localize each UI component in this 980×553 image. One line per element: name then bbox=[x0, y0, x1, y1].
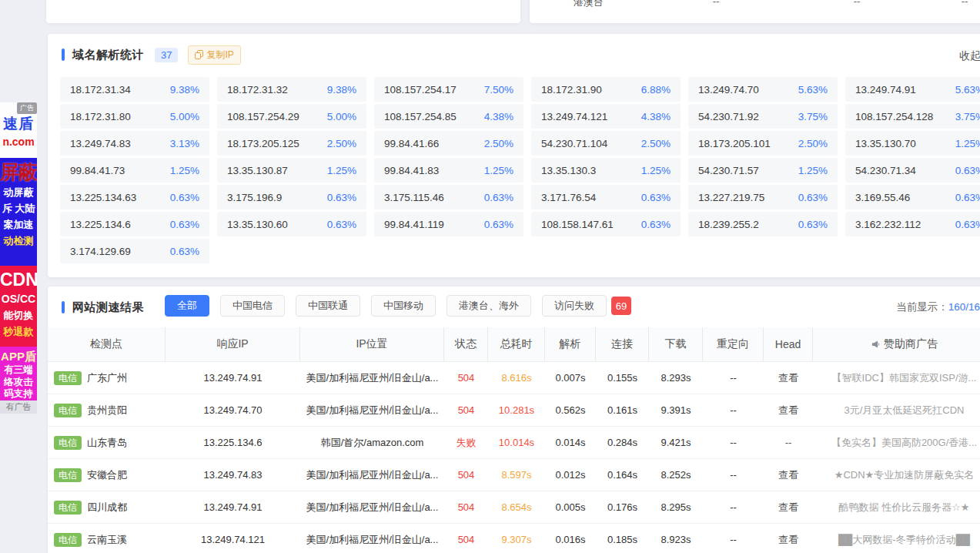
connect-time: 0.155s bbox=[596, 362, 649, 394]
ad-magenta-headline: APP盾 bbox=[0, 347, 37, 364]
dns-ip-percent: 0.63% bbox=[327, 192, 356, 203]
dns-ip-percent: 2.50% bbox=[484, 138, 513, 149]
dns-ip-chip: 108.158.147.61 0.63% bbox=[531, 212, 681, 236]
col-header-sponsor-ads: 赞助商广告 bbox=[813, 327, 980, 361]
filter-tabs: 全部 中国电信 中国联通 bbox=[165, 295, 631, 317]
isp-badge: 电信 bbox=[54, 533, 82, 547]
table-row: 电信 云南玉溪 13.249.74.121 美国/加利福尼亚州/旧金山/a...… bbox=[48, 524, 980, 553]
filter-tab[interactable]: 全部 bbox=[165, 295, 209, 317]
dns-ip-chip: 13.225.134.63 0.63% bbox=[60, 185, 209, 209]
current-display: 当前显示：160/16 bbox=[896, 300, 980, 314]
fail-count-badge: 69 bbox=[611, 297, 631, 315]
head-view-link[interactable]: 查看 bbox=[764, 459, 813, 491]
collapse-link[interactable]: 收起 bbox=[959, 49, 980, 63]
head-view-link[interactable]: 查看 bbox=[764, 362, 813, 394]
dns-ip: 18.173.205.125 bbox=[227, 138, 299, 149]
filter-tab-wrap: 访问失败 69 bbox=[542, 295, 631, 317]
status-value: 504 bbox=[444, 524, 488, 553]
dns-ip: 13.35.130.87 bbox=[227, 165, 288, 176]
dns-ip-chip: 54.230.71.34 0.63% bbox=[845, 158, 980, 183]
dns-ip-percent: 1.25% bbox=[327, 165, 356, 176]
connect-time: 0.164s bbox=[596, 459, 649, 491]
ip-location: 美国/加利福尼亚州/旧金山/a... bbox=[300, 524, 444, 553]
dns-stats-title: 域名解析统计 bbox=[72, 48, 144, 62]
dns-ip-chip: 54.230.71.104 2.50% bbox=[531, 131, 681, 156]
dns-ip-percent: 9.38% bbox=[327, 84, 356, 96]
dns-ip-chip: 13.249.74.70 5.63% bbox=[688, 77, 838, 102]
dns-stats-card: 域名解析统计 37 复制IP 收起 18.172.31.34 9.38% 18.… bbox=[48, 34, 980, 277]
dns-ip: 13.35.130.60 bbox=[227, 219, 288, 230]
side-ad-banner[interactable]: 广告 速盾 n.com 屏蔽 动屏蔽 斥 大陆 案加速 动检测 CDN OS/C… bbox=[0, 102, 37, 414]
ip-location: 美国/加利福尼亚州/旧金山/a... bbox=[300, 394, 444, 426]
dns-ip-percent: 0.63% bbox=[641, 219, 671, 230]
dns-ip-percent: 7.50% bbox=[484, 84, 513, 96]
col-header-connect: 连接 bbox=[596, 327, 649, 361]
node-name: 云南玉溪 bbox=[87, 533, 127, 547]
ad-line: 动检测 bbox=[0, 233, 37, 249]
response-ip: 13.249.74.91 bbox=[166, 491, 300, 523]
isp-badge: 电信 bbox=[54, 371, 82, 385]
filter-tab-label: 中国移动 bbox=[383, 300, 423, 311]
col-header-dns: 解析 bbox=[545, 327, 596, 361]
table-row: 电信 安徽合肥 13.249.74.83 美国/加利福尼亚州/旧金山/a... … bbox=[48, 459, 980, 491]
summary-value: -- bbox=[713, 0, 720, 7]
head-view-link[interactable]: 查看 bbox=[764, 491, 813, 523]
node-name: 山东青岛 bbox=[87, 436, 127, 450]
filter-tab-label: 中国电信 bbox=[232, 300, 273, 311]
dns-ip: 99.84.41.83 bbox=[384, 165, 439, 176]
dns-ip: 108.157.254.128 bbox=[855, 111, 933, 122]
summary-row: 港澳台 -- -- -- bbox=[530, 0, 980, 6]
speed-results-card: 网站测速结果 全部 中国电信 bbox=[48, 287, 980, 553]
filter-tab[interactable]: 中国移动 bbox=[371, 295, 436, 317]
dns-ip-grid: 18.172.31.34 9.38% 18.172.31.32 9.38% 10… bbox=[60, 77, 980, 263]
dns-ip-chip: 3.171.76.54 0.63% bbox=[531, 185, 681, 209]
sponsor-ad-link[interactable]: 3元/月亚太低延迟死扛CDN bbox=[813, 394, 980, 426]
dns-ip-chip: 3.162.232.112 0.63% bbox=[845, 212, 980, 236]
sponsor-ad-link[interactable]: 酷鸭数据 性价比云服务器☆★ bbox=[813, 491, 980, 523]
filter-tab[interactable]: 访问失败 bbox=[542, 295, 607, 317]
dns-ip-percent: 5.00% bbox=[170, 111, 199, 122]
dns-ip-chip: 13.227.219.75 0.63% bbox=[688, 185, 838, 209]
dns-ip-chip: 108.157.254.128 3.75% bbox=[845, 104, 980, 129]
dns-time: 0.007s bbox=[545, 362, 596, 394]
dns-ip-chip: 108.157.254.29 5.00% bbox=[217, 104, 366, 129]
node-cell: 电信 山东青岛 bbox=[48, 427, 166, 458]
col-header-download: 下载 bbox=[649, 327, 703, 361]
dns-ip: 3.174.129.69 bbox=[70, 246, 131, 257]
dns-stats-header: 域名解析统计 37 复制IP bbox=[62, 45, 241, 65]
isp-badge: 电信 bbox=[54, 468, 82, 482]
col-header-response-ip: 响应IP bbox=[166, 327, 300, 361]
node-name: 四川成都 bbox=[87, 501, 127, 514]
filter-tab[interactable]: 中国联通 bbox=[296, 295, 360, 317]
dns-ip-percent: 3.75% bbox=[798, 111, 828, 122]
status-value: 504 bbox=[444, 394, 488, 426]
ad-red-headline: CDN bbox=[0, 266, 37, 291]
ad-magenta-section: APP盾 有三端 络攻击 码支持 bbox=[0, 347, 37, 401]
head-view-link[interactable]: 查看 bbox=[764, 524, 813, 553]
sponsor-ad-link[interactable]: ★CDN★专业加速防屏蔽免实名 bbox=[813, 459, 980, 491]
dns-ip-percent: 3.75% bbox=[955, 111, 980, 122]
response-ip: 13.249.74.121 bbox=[166, 524, 300, 553]
head-view-link[interactable]: -- bbox=[764, 427, 813, 458]
isp-badge: 电信 bbox=[54, 501, 82, 514]
dns-ip: 13.249.74.121 bbox=[541, 111, 607, 122]
ip-location: 美国/加利福尼亚州/旧金山/a... bbox=[300, 459, 444, 491]
copy-icon bbox=[195, 50, 203, 59]
dns-ip-percent: 1.25% bbox=[484, 165, 513, 176]
sponsor-ad-link[interactable]: 【免实名】美国高防200G/香港... bbox=[813, 427, 980, 458]
sponsor-ad-link[interactable]: 【智联IDC】韩国家宽双ISP/游... bbox=[813, 362, 980, 394]
dns-ip: 99.84.41.66 bbox=[384, 138, 439, 149]
dns-ip-percent: 0.63% bbox=[327, 219, 356, 230]
dns-ip-percent: 2.50% bbox=[798, 138, 828, 149]
copy-ip-button[interactable]: 复制IP bbox=[188, 45, 240, 65]
dns-ip: 13.35.130.70 bbox=[855, 138, 916, 149]
dns-ip: 54.230.71.34 bbox=[855, 165, 916, 176]
dns-ip-percent: 2.50% bbox=[327, 138, 356, 149]
head-view-link[interactable]: 查看 bbox=[764, 394, 813, 426]
filter-tab[interactable]: 中国电信 bbox=[220, 295, 285, 317]
node-cell: 电信 云南玉溪 bbox=[48, 524, 166, 553]
dns-time: 0.005s bbox=[545, 491, 596, 523]
dns-ip: 3.171.76.54 bbox=[541, 192, 596, 203]
filter-tab[interactable]: 港澳台、海外 bbox=[447, 295, 531, 317]
sponsor-ad-link[interactable]: ██大网数据-冬季特价活动██ bbox=[813, 524, 980, 553]
